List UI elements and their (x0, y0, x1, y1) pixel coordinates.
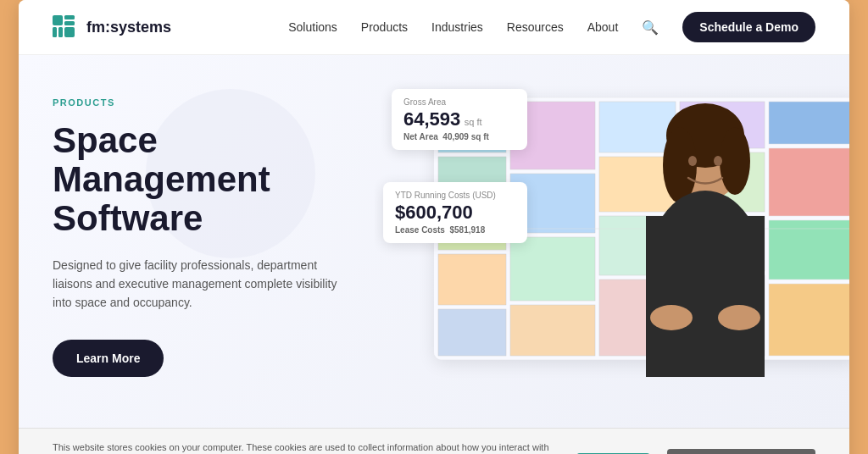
cookie-text: This website stores cookies on your comp… (53, 440, 559, 454)
search-icon[interactable]: 🔍 (642, 19, 659, 36)
svg-rect-37 (646, 216, 765, 377)
hero-section: PRODUCTS Space Management Software Desig… (19, 55, 849, 428)
svg-rect-1 (64, 15, 75, 19)
nav-links: Solutions Products Industries Resources … (288, 12, 815, 42)
hero-content: PRODUCTS Space Management Software Desig… (19, 55, 375, 428)
logo-text: fm:systems (86, 19, 171, 36)
svg-rect-10 (438, 254, 506, 305)
gross-area-sub: Net Area 40,909 sq ft (403, 132, 515, 141)
hero-title: Space Management Software (53, 121, 341, 239)
svg-rect-3 (53, 27, 57, 37)
windows-activation-watermark: Activate Windows Go to Settings to activ… (667, 449, 815, 454)
logo[interactable]: fm:systems (53, 15, 171, 39)
floor-plan-container: Gross Area 64,593 sq ft Net Area 40,909 … (400, 72, 849, 377)
hero-visual: Gross Area 64,593 sq ft Net Area 40,909 … (375, 55, 849, 428)
gross-area-card: Gross Area 64,593 sq ft Net Area 40,909 … (392, 89, 527, 150)
nav-products[interactable]: Products (361, 20, 408, 34)
learn-more-button[interactable]: Learn More (53, 340, 164, 377)
ytd-value: $600,700 (395, 202, 515, 224)
svg-rect-14 (510, 237, 595, 301)
svg-point-34 (720, 127, 750, 195)
nav-industries[interactable]: Industries (431, 20, 483, 34)
logo-icon (53, 15, 80, 39)
hero-description: Designed to give facility professionals,… (53, 256, 341, 313)
ytd-sub: Lease Costs $581,918 (395, 225, 515, 235)
nav-about[interactable]: About (587, 20, 619, 34)
svg-point-40 (688, 156, 697, 166)
gross-area-value: 64,593 sq ft (403, 108, 515, 130)
nav-resources[interactable]: Resources (507, 20, 564, 34)
svg-rect-11 (438, 309, 506, 356)
svg-rect-0 (53, 15, 63, 25)
svg-rect-2 (64, 21, 75, 25)
svg-rect-4 (58, 27, 63, 37)
person-image (612, 89, 798, 377)
main-window: fm:systems Solutions Products Industries… (19, 0, 849, 454)
hero-label: PRODUCTS (53, 97, 341, 108)
cookie-banner: This website stores cookies on your comp… (19, 428, 849, 454)
svg-point-41 (714, 156, 722, 166)
svg-point-39 (718, 305, 760, 330)
svg-point-38 (650, 305, 693, 330)
navigation: fm:systems Solutions Products Industries… (19, 0, 849, 55)
svg-rect-15 (510, 305, 595, 356)
ytd-label: YTD Running Costs (USD) (395, 191, 515, 200)
gross-area-label: Gross Area (403, 97, 515, 107)
svg-rect-5 (64, 27, 75, 37)
nav-solutions[interactable]: Solutions (288, 20, 337, 34)
ytd-costs-card: YTD Running Costs (USD) $600,700 Lease C… (383, 182, 527, 243)
schedule-demo-button[interactable]: Schedule a Demo (682, 12, 815, 42)
